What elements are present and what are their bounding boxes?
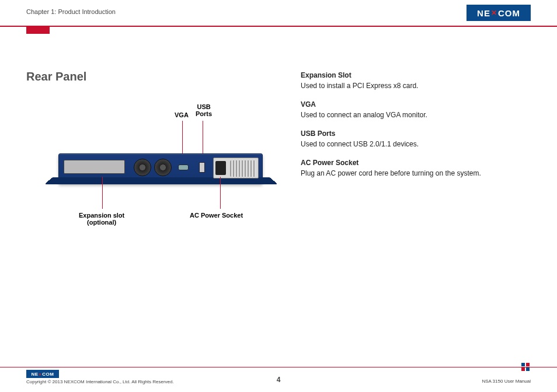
power-supply-part	[213, 158, 259, 178]
rear-panel-diagram: VGA USB Ports Expansion slot (optional) …	[26, 95, 271, 247]
desc-usb: USB Ports Used to connect USB 2.0/1.1 de…	[301, 128, 531, 149]
chapter-label: Chapter 1: Product Introduction	[26, 8, 531, 15]
fan-icon	[134, 159, 151, 176]
desc-text: Used to connect an analog VGA monitor.	[301, 110, 531, 120]
desc-text: Used to install a PCI Express x8 card.	[301, 80, 531, 91]
callout-ac: AC Power Socket	[190, 212, 243, 219]
desc-ac-power: AC Power Socket Plug an AC power cord he…	[301, 158, 531, 178]
logo-text-post: COM	[498, 8, 520, 18]
square-icon	[521, 363, 525, 366]
leader-line-expansion	[102, 177, 103, 209]
leader-line-usb	[203, 121, 203, 158]
leader-line-vga	[182, 121, 183, 158]
header-accent-block	[26, 26, 50, 34]
header-rule	[0, 26, 557, 27]
desc-text: Used to connect USB 2.0/1.1 devices.	[301, 139, 531, 149]
footer-ornament	[521, 363, 531, 370]
device-illustration	[58, 153, 263, 184]
content-area: Rear Panel VGA USB Ports Expansion slot …	[26, 70, 531, 247]
page-number: 4	[277, 376, 281, 384]
page-footer: NE✕COM Copyright © 2013 NEXCOM Internati…	[26, 370, 531, 384]
diagram-column: Rear Panel VGA USB Ports Expansion slot …	[26, 70, 271, 247]
desc-expansion-slot: Expansion Slot Used to install a PCI Exp…	[301, 70, 531, 91]
footer-brand-logo: NE✕COM	[26, 370, 59, 378]
logo-text-post: COM	[42, 372, 54, 377]
desc-title: AC Power Socket	[301, 158, 531, 168]
desc-title: Expansion Slot	[301, 70, 531, 80]
logo-text-pre: NE	[32, 372, 39, 377]
logo-x-icon: ✕	[491, 9, 497, 17]
page-header: Chapter 1: Product Introduction NE✕COM	[0, 0, 557, 27]
description-column: Expansion Slot Used to install a PCI Exp…	[301, 70, 531, 247]
brand-logo: NE✕COM	[467, 5, 531, 21]
square-icon	[526, 363, 530, 366]
callout-vga: VGA	[175, 111, 189, 118]
expansion-slot-part	[64, 160, 125, 174]
document-reference: NSA 3150 User Manual	[482, 379, 531, 384]
logo-x-icon: ✕	[39, 372, 42, 376]
logo-text-pre: NE	[477, 8, 490, 18]
fan-icon	[154, 159, 172, 176]
leader-line-ac	[220, 177, 221, 209]
callout-usb: USB Ports	[196, 103, 212, 117]
desc-title: VGA	[301, 99, 531, 110]
vga-port-part	[178, 164, 189, 170]
footer-rule	[0, 367, 557, 368]
desc-vga: VGA Used to connect an analog VGA monito…	[301, 99, 531, 120]
callout-expansion: Expansion slot (optional)	[79, 212, 124, 226]
desc-text: Plug an AC power cord here before turnin…	[301, 168, 531, 178]
usb-port-part	[199, 162, 205, 173]
section-title: Rear Panel	[26, 70, 271, 83]
desc-title: USB Ports	[301, 128, 531, 139]
